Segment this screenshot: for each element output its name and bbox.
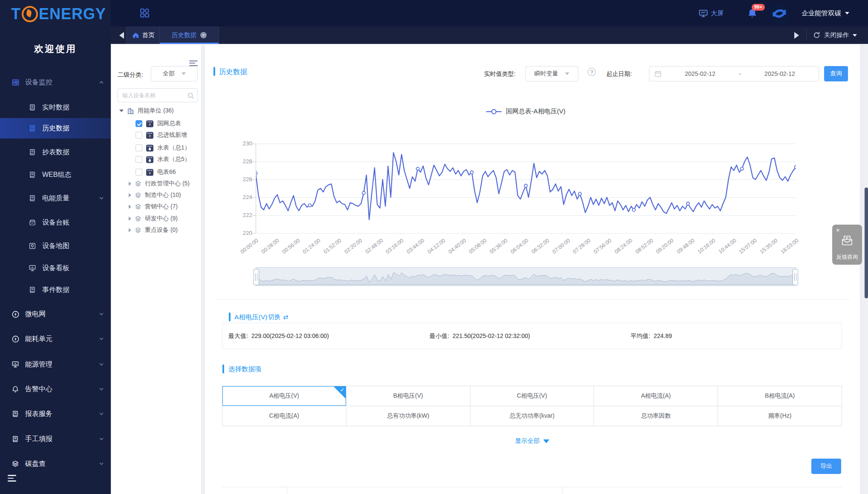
- sidebar-item-energy-mgmt[interactable]: 能源管理: [0, 355, 111, 374]
- chart-legend[interactable]: 国网总表-A相电压(V): [256, 107, 796, 116]
- sidebar-item-device-map[interactable]: 设备地图: [0, 236, 111, 256]
- board-icon: [28, 264, 37, 272]
- checkbox[interactable]: [136, 132, 142, 139]
- axis-tick: [252, 233, 256, 234]
- checkbox[interactable]: [136, 120, 142, 127]
- device-search-input[interactable]: [118, 88, 198, 102]
- query-button[interactable]: 查询: [824, 66, 848, 81]
- data-item-frequency[interactable]: 频率(Hz): [718, 406, 842, 426]
- data-item-a-voltage[interactable]: A相电压(V)✓: [222, 386, 346, 406]
- data-item-b-current[interactable]: B相电流(A): [718, 386, 842, 406]
- stats-box: 最大值:229.00(2025-02-12 03:06:00) 最小值:221.…: [222, 323, 842, 349]
- chart-datazoom-slider[interactable]: [256, 267, 796, 286]
- tab-nav-back-icon[interactable]: [119, 32, 124, 39]
- tree-device-water-meter-5[interactable]: 水表（总5）: [136, 154, 190, 165]
- tree-group-key-devices[interactable]: 重点设备 (0): [129, 225, 178, 235]
- apps-grid-icon[interactable]: [140, 8, 150, 18]
- sidebar-item-energy-unit[interactable]: 能耗单元: [0, 329, 111, 348]
- sidebar-item-realtime-data[interactable]: 实时数据: [0, 97, 111, 118]
- tree-device-incoming-line-new[interactable]: 总进线新增: [136, 130, 187, 140]
- sidebar-collapse-icon[interactable]: [8, 473, 19, 482]
- chevron-down-icon: [99, 336, 104, 341]
- sidebar-item-web-scada[interactable]: WEB组态: [0, 165, 111, 185]
- chevron-down-icon: [182, 72, 186, 75]
- checkbox[interactable]: [136, 169, 142, 176]
- sidebar-item-device-board[interactable]: 设备看板: [0, 258, 111, 278]
- close-operations-dropdown[interactable]: 关闭操作: [813, 26, 857, 44]
- data-item-power-factor[interactable]: 总功率因数: [594, 406, 718, 426]
- tab-nav-forward-icon[interactable]: [794, 32, 799, 39]
- tree-device-emeter-66[interactable]: 电表66: [136, 167, 176, 177]
- layers-icon: [11, 459, 20, 468]
- tree-group-marketing-center[interactable]: 营销中心 (7): [129, 202, 178, 212]
- section-bar: [222, 364, 224, 373]
- swap-arrows-icon: ⇄: [283, 313, 288, 321]
- data-item-a-current[interactable]: A相电流(A): [594, 386, 718, 406]
- refresh-icon[interactable]: [813, 32, 820, 39]
- layers-icon: [135, 192, 141, 199]
- axis-tick: [252, 144, 256, 144]
- date-range-input[interactable]: 2025-02-12 - 2025-02-12: [649, 66, 819, 81]
- tree-group-rd-center[interactable]: 研发中心 (9): [129, 214, 178, 224]
- home-icon: [132, 32, 139, 39]
- tab-home[interactable]: 首页: [126, 26, 160, 44]
- help-icon[interactable]: ?: [588, 68, 596, 76]
- layers-icon: [135, 227, 141, 234]
- data-item-grid: A相电压(V)✓B相电压(V)C相电压(V)A相电流(A)B相电流(A)C相电流…: [222, 386, 842, 426]
- voltage-line-series: [256, 141, 796, 236]
- sidebar-item-event-data[interactable]: 事件数据: [0, 280, 111, 300]
- sidebar-item-power-quality[interactable]: 电能质量: [0, 188, 111, 208]
- category-select[interactable]: 全部: [151, 66, 198, 81]
- scrollbar-thumb[interactable]: [865, 188, 868, 298]
- y-axis-label: 222: [232, 212, 252, 218]
- sidebar-item-meter-reading-data[interactable]: 抄表数据: [0, 142, 111, 162]
- feedback-label: 反馈咨询: [832, 254, 862, 261]
- section-bar: [213, 67, 215, 76]
- realtime-type-select[interactable]: 瞬时变量: [525, 66, 578, 81]
- section-bar: [229, 312, 231, 321]
- tab-history-data[interactable]: 历史数据 ×: [159, 26, 219, 44]
- sidebar-item-history-data[interactable]: 历史数据: [0, 118, 111, 139]
- data-item-c-voltage[interactable]: C相电压(V): [470, 386, 594, 406]
- sidebar-item-microgrid[interactable]: 微电网: [0, 305, 111, 324]
- tree-root-item[interactable]: 用能单位 (36): [119, 106, 174, 116]
- caret-right-icon: [129, 182, 131, 186]
- sidebar-item-device-monitor[interactable]: 设备监控: [0, 73, 111, 92]
- archive-icon: [28, 218, 37, 227]
- user-avatar[interactable]: [768, 2, 790, 24]
- sidebar-item-carbon-audit[interactable]: 碳盘查: [0, 454, 111, 473]
- export-button[interactable]: 导出: [811, 459, 841, 474]
- sidebar-item-report-service[interactable]: 报表服务: [0, 404, 111, 423]
- tree-group-admin-center[interactable]: 行政管理中心 (5): [129, 179, 190, 189]
- tree-collapse-icon[interactable]: [189, 59, 198, 66]
- tree-device-grid-master-meter[interactable]: 国网总表: [136, 118, 181, 129]
- sidebar-item-device-ledger[interactable]: 设备台账: [0, 212, 111, 233]
- app-logo: TENERGY: [11, 5, 106, 23]
- notification-bell-icon[interactable]: 99+: [747, 8, 757, 19]
- datazoom-left-handle-icon[interactable]: [254, 269, 259, 285]
- big-screen-button[interactable]: 大屏: [696, 9, 724, 17]
- data-item-reactive-power[interactable]: 总无功功率(kvar): [470, 406, 594, 426]
- category-label: 二级分类:: [118, 71, 143, 79]
- close-icon[interactable]: ×: [836, 226, 840, 234]
- y-axis-label: 228: [232, 158, 252, 165]
- data-item-c-current[interactable]: C相电流(A): [222, 406, 346, 426]
- datazoom-right-handle-icon[interactable]: [793, 269, 798, 285]
- tree-device-water-meter-1[interactable]: 水表（总1）: [136, 143, 190, 153]
- switch-metric-button[interactable]: 切换⇄: [268, 313, 288, 321]
- checkbox[interactable]: [136, 156, 142, 163]
- org-dropdown[interactable]: 企业能管双碳: [802, 9, 849, 18]
- close-icon[interactable]: ×: [200, 32, 207, 38]
- page-title: 历史数据: [219, 67, 247, 77]
- sidebar-item-alarm-center[interactable]: 告警中心: [0, 380, 111, 399]
- caret-right-icon: [129, 205, 131, 209]
- chevron-down-icon: [99, 387, 104, 392]
- checkbox[interactable]: [136, 144, 142, 151]
- data-item-b-voltage[interactable]: B相电压(V): [346, 386, 470, 406]
- data-item-active-power[interactable]: 总有功功率(kW): [346, 406, 470, 426]
- show-all-button[interactable]: 显示全部: [222, 437, 842, 445]
- tree-group-manufacturing-center[interactable]: 制造中心 (10): [129, 190, 181, 200]
- book-icon: [28, 286, 37, 294]
- feedback-widget[interactable]: × 反馈咨询: [832, 225, 862, 265]
- sidebar-item-manual-report[interactable]: 手工填报: [0, 430, 111, 448]
